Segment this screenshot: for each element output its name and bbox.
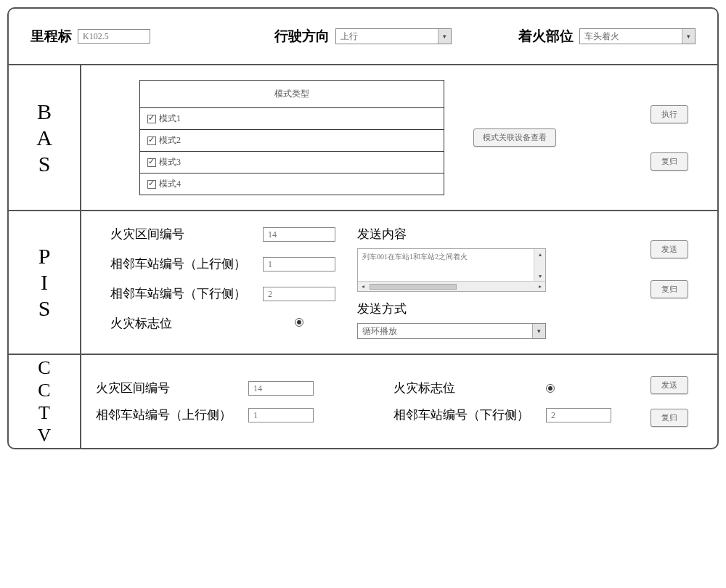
pis-send-button[interactable]: 发送 <box>650 240 688 258</box>
vertical-scrollbar[interactable]: ▴▾ <box>534 249 545 281</box>
cctv-zone-label: 火灾区间编号 <box>96 380 241 396</box>
cctv-down-input[interactable]: 2 <box>546 408 611 422</box>
direction-select[interactable]: 上行 ▾ <box>335 28 452 44</box>
pis-flag-label: 火灾标志位 <box>110 315 256 332</box>
cctv-reset-button[interactable]: 复归 <box>650 409 688 427</box>
pis-up-input[interactable]: 1 <box>263 257 335 271</box>
pis-side-label: P I S <box>9 211 81 354</box>
fire-pos-label: 着火部位 <box>518 27 574 46</box>
mode-row[interactable]: 模式3 <box>140 152 444 173</box>
pis-flag-radio[interactable] <box>295 318 303 327</box>
cctv-panel: 火灾区间编号 14 火灾标志位 相邻车站编号（上行侧） 1 相邻车站编号（下行侧… <box>81 355 717 448</box>
chevron-down-icon: ▾ <box>438 29 451 44</box>
chevron-down-icon: ▾ <box>532 324 545 338</box>
cctv-section: C C T V 火灾区间编号 14 火灾标志位 相邻车站编号（上行侧） <box>9 354 717 448</box>
checkbox-icon[interactable] <box>147 180 156 189</box>
pis-section: P I S 火灾区间编号 14 相邻车站编号（上行侧） 1 相邻车站编号（下行侧… <box>9 210 717 354</box>
mileage-label: 里程标 <box>30 27 72 46</box>
cctv-down-label: 相邻车站编号（下行侧） <box>393 407 539 423</box>
pis-method-select[interactable]: 循环播放 ▾ <box>357 323 546 339</box>
pis-method-label: 发送方式 <box>357 301 546 317</box>
pis-content-textarea[interactable]: 列车001在车站1和车站2之间着火 ▴▾ ◂▸ <box>357 248 546 292</box>
fire-pos-select[interactable]: 车头着火 ▾ <box>579 28 696 44</box>
bas-section: B A S 模式类型 模式1 模式2 模式3 <box>9 64 717 210</box>
chevron-down-icon: ▾ <box>682 29 695 44</box>
bas-panel: 模式类型 模式1 模式2 模式3 模式4 模式关联设备查看 <box>81 65 717 210</box>
cctv-up-label: 相邻车站编号（上行侧） <box>96 407 241 423</box>
pis-down-label: 相邻车站编号（下行侧） <box>110 285 256 302</box>
pis-panel: 火灾区间编号 14 相邻车站编号（上行侧） 1 相邻车站编号（下行侧） 2 火灾… <box>81 211 717 354</box>
mode-assoc-button[interactable]: 模式关联设备查看 <box>473 128 556 147</box>
horizontal-scrollbar[interactable]: ◂▸ <box>358 281 545 291</box>
checkbox-icon[interactable] <box>147 158 156 167</box>
checkbox-icon[interactable] <box>147 136 156 145</box>
bas-reset-button[interactable]: 复归 <box>650 152 688 171</box>
pis-content-label: 发送内容 <box>357 226 546 242</box>
cctv-side-label: C C T V <box>9 355 81 448</box>
mode-row[interactable]: 模式1 <box>140 108 444 130</box>
bas-exec-button[interactable]: 执行 <box>650 105 688 123</box>
cctv-flag-radio[interactable] <box>546 384 555 393</box>
pis-up-label: 相邻车站编号（上行侧） <box>110 256 256 272</box>
pis-reset-button[interactable]: 复归 <box>650 280 688 298</box>
pis-left: 火灾区间编号 14 相邻车站编号（上行侧） 1 相邻车站编号（下行侧） 2 火灾… <box>110 226 335 339</box>
page-root: 里程标 K102.5 行驶方向 上行 ▾ 着火部位 车头着火 ▾ B A S <box>7 7 719 449</box>
mode-row[interactable]: 模式4 <box>140 173 444 195</box>
pis-zone-input[interactable]: 14 <box>263 227 335 242</box>
pis-down-input[interactable]: 2 <box>263 287 335 301</box>
mode-table: 模式类型 模式1 模式2 模式3 模式4 <box>139 80 444 195</box>
direction-label: 行驶方向 <box>274 27 330 46</box>
cctv-send-button[interactable]: 发送 <box>650 376 688 394</box>
bas-side-label: B A S <box>9 65 81 210</box>
pis-zone-label: 火灾区间编号 <box>110 226 256 242</box>
cctv-up-input[interactable]: 1 <box>248 408 314 422</box>
cctv-zone-input[interactable]: 14 <box>248 381 314 396</box>
cctv-flag-label: 火灾标志位 <box>393 380 539 396</box>
mileage-input[interactable]: K102.5 <box>78 29 150 44</box>
mode-row[interactable]: 模式2 <box>140 130 444 152</box>
mode-table-header: 模式类型 <box>140 81 444 108</box>
pis-mid: 发送内容 列车001在车站1和车站2之间着火 ▴▾ ◂▸ 发送方式 循环播放 <box>357 226 546 339</box>
checkbox-icon[interactable] <box>147 115 156 123</box>
top-bar: 里程标 K102.5 行驶方向 上行 ▾ 着火部位 车头着火 ▾ <box>9 9 717 64</box>
